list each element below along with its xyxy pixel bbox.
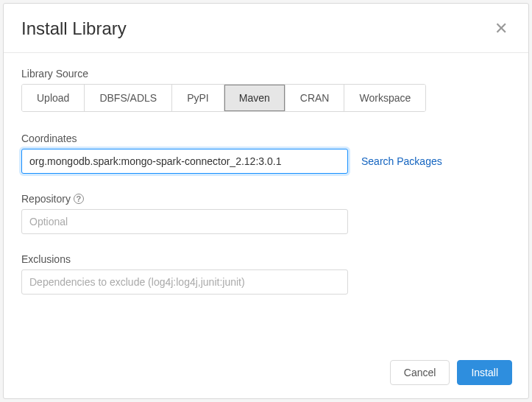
source-option-pypi[interactable]: PyPI	[172, 85, 224, 111]
repository-input[interactable]	[21, 209, 348, 234]
source-option-workspace[interactable]: Workspace	[344, 85, 425, 111]
repository-section: Repository ?	[21, 193, 511, 234]
exclusions-label: Exclusions	[21, 253, 511, 265]
modal-body: Library Source Upload DBFS/ADLS PyPI Mav…	[4, 53, 528, 350]
coordinates-section: Coordinates Search Packages	[21, 133, 511, 174]
coordinates-label: Coordinates	[21, 133, 511, 144]
source-option-dbfs-adls[interactable]: DBFS/ADLS	[85, 85, 172, 111]
modal-title: Install Library	[21, 18, 127, 39]
coordinates-input[interactable]	[21, 149, 348, 174]
install-button[interactable]: Install	[457, 360, 512, 385]
modal-footer: Cancel Install	[4, 350, 528, 398]
close-icon: ✕	[494, 19, 508, 38]
source-option-upload[interactable]: Upload	[22, 85, 85, 111]
modal-header: Install Library ✕	[4, 4, 528, 53]
cancel-button[interactable]: Cancel	[390, 360, 450, 385]
source-option-cran[interactable]: CRAN	[285, 85, 345, 111]
repository-label: Repository ?	[21, 193, 511, 205]
close-button[interactable]: ✕	[492, 21, 511, 37]
library-source-section: Library Source Upload DBFS/ADLS PyPI Mav…	[21, 68, 511, 112]
exclusions-section: Exclusions	[21, 253, 511, 295]
source-option-maven[interactable]: Maven	[224, 85, 285, 111]
install-library-modal: Install Library ✕ Library Source Upload …	[3, 3, 529, 399]
help-icon[interactable]: ?	[74, 194, 84, 204]
library-source-group: Upload DBFS/ADLS PyPI Maven CRAN Workspa…	[21, 84, 426, 112]
search-packages-link[interactable]: Search Packages	[361, 155, 442, 167]
exclusions-input[interactable]	[21, 269, 348, 295]
repository-label-text: Repository	[21, 193, 71, 205]
coordinates-row: Search Packages	[21, 149, 511, 174]
library-source-label: Library Source	[21, 68, 511, 80]
